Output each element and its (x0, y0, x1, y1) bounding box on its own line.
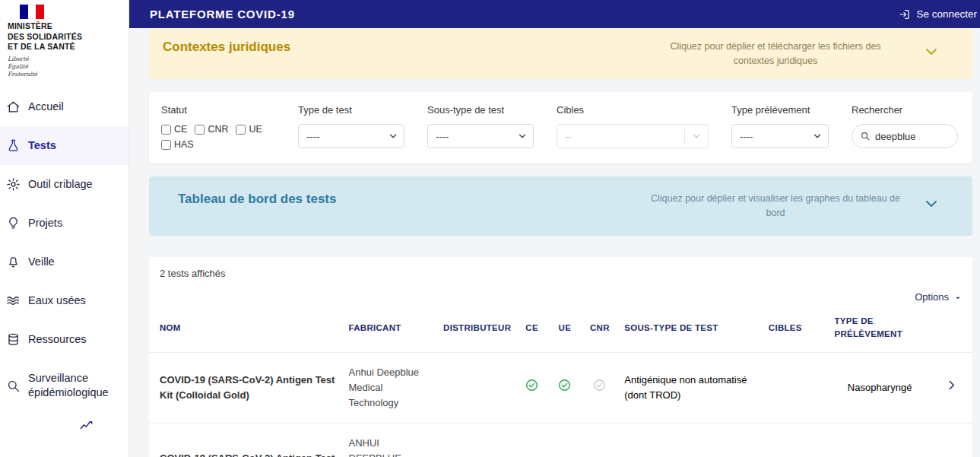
sidebar: MINISTÈRE DES SOLIDARITÉS ET DE LA SANTÉ… (0, 0, 129, 457)
ce-checkbox[interactable] (161, 125, 171, 135)
options-row: Options (149, 279, 972, 304)
results-section: 2 tests affichés Options NOM FABRICANT (149, 257, 972, 457)
options-button[interactable]: Options (915, 291, 962, 303)
home-icon (6, 100, 21, 114)
cell-nom: COVID-19 (SARS-CoV-2) Antigen Test Kit (149, 423, 343, 457)
search-input[interactable] (875, 131, 950, 142)
statut-option-cnr[interactable]: CNR (195, 124, 228, 135)
database-icon (6, 332, 21, 347)
type-de-test-select[interactable]: ---- (298, 124, 404, 148)
column-header-sous-type: SOUS-TYPE DE TEST (618, 304, 763, 352)
tableau-de-bord-title: Tableau de bord des tests (178, 192, 336, 207)
cnr-checkbox[interactable] (195, 125, 205, 135)
column-header-ue: UE (548, 304, 581, 352)
ue-checkbox[interactable] (236, 125, 246, 135)
contextes-juridiques-title: Contextes juridiques (163, 40, 290, 55)
chevron-right-icon[interactable] (945, 379, 958, 392)
sidebar-item-label: Ressources (28, 332, 87, 347)
sidebar-item-ressources[interactable]: Ressources (0, 320, 128, 359)
statut-option-ce[interactable]: CE (161, 124, 187, 135)
sidebar-item-projets[interactable]: Projets (0, 204, 128, 243)
chevron-down-icon[interactable] (922, 43, 940, 61)
sidebar-item-accueil[interactable]: Accueil (0, 87, 128, 126)
filters-panel: Statut CE CNR UE (149, 92, 972, 163)
tableau-de-bord-hint: Cliquez pour déplier et visualiser les g… (650, 192, 901, 221)
type-prelevement-select-wrap: ---- (731, 124, 829, 148)
column-header-cnr: CNR (582, 304, 619, 352)
column-header-nom: NOM (149, 304, 343, 352)
gear-icon (6, 177, 21, 192)
cibles-label: Cibles (557, 104, 709, 116)
magnifier-icon (6, 379, 21, 393)
cell-sous-type: Autotest (618, 423, 763, 457)
type-prelevement-select[interactable]: ---- (731, 124, 829, 148)
sidebar-item-label: Veille (28, 255, 55, 269)
banner-right: Cliquez pour déplier et visualiser les g… (650, 192, 960, 221)
ue-checkbox-label: UE (249, 124, 262, 135)
sous-type-de-test-select[interactable]: ---- (427, 124, 534, 148)
login-icon (899, 8, 911, 21)
filter-type-de-test: Type de test ---- (298, 104, 404, 150)
cell-prelevement: Nasal (828, 423, 931, 457)
contextes-juridiques-banner[interactable]: Contextes juridiques Cliquez pour déplie… (149, 28, 972, 79)
cell-nom: COVID-19 (SARS-CoV-2) Antigen Test Kit (… (149, 352, 343, 423)
cibles-multiselect[interactable]: -- (557, 124, 709, 148)
table-row[interactable]: COVID-19 (SARS-CoV-2) Antigen Test Kit A… (149, 423, 972, 457)
has-checkbox[interactable] (161, 140, 171, 150)
statut-checkbox-group: CE CNR UE HAS (161, 124, 275, 150)
ue-check-icon (557, 378, 572, 392)
sidebar-item-surveillance-epidemiologique[interactable]: Surveillance épidémiologique (0, 359, 128, 412)
motto-line: Égalité (8, 63, 122, 71)
ministry-line: MINISTÈRE (8, 21, 122, 32)
login-button[interactable]: Se connecter (899, 8, 977, 21)
cell-distributeur (437, 352, 515, 423)
contextes-juridiques-hint: Cliquez pour déplier et télécharger les … (650, 40, 901, 69)
filter-rechercher: Rechercher (852, 104, 958, 150)
cell-fabricant: ANHUI DEEPBLUE MEDICAL TECHNOLOGY (343, 423, 438, 457)
ministry-line: DES SOLIDARITÉS (8, 32, 122, 43)
has-checkbox-label: HAS (174, 139, 194, 150)
table-header: NOM FABRICANT DISTRIBUTEUR CE UE CNR SOU… (149, 304, 972, 352)
statut-option-ue[interactable]: UE (236, 124, 262, 135)
cnr-checkbox-label: CNR (208, 124, 228, 135)
cibles-chevron-zone[interactable] (685, 131, 708, 141)
sidebar-item-label: Surveillance épidémiologique (28, 371, 122, 400)
type-de-test-label: Type de test (298, 104, 404, 116)
cell-distributeur (437, 423, 515, 457)
table-body: COVID-19 (SARS-CoV-2) Antigen Test Kit (… (149, 352, 972, 457)
sidebar-item-outil-criblage[interactable]: Outil criblage (0, 165, 128, 204)
type-de-test-select-wrap: ---- (298, 124, 404, 148)
statut-option-has[interactable]: HAS (161, 139, 194, 150)
sidebar-item-veille[interactable]: Veille (0, 243, 128, 281)
main-content: Contextes juridiques Cliquez pour déplie… (129, 28, 980, 457)
results-count: 2 tests affichés (149, 257, 972, 279)
column-header-ce: CE (515, 304, 548, 352)
main-column: PLATEFORME COVID-19 Se connecter Context… (129, 0, 980, 457)
login-label: Se connecter (916, 8, 977, 20)
sidebar-item-tests[interactable]: Tests (0, 126, 128, 165)
ministry-logo: MINISTÈRE DES SOLIDARITÉS ET DE LA SANTÉ… (0, 0, 128, 81)
filter-statut: Statut CE CNR UE (161, 104, 275, 150)
tests-table: NOM FABRICANT DISTRIBUTEUR CE UE CNR SOU… (149, 304, 972, 457)
french-flag-icon (20, 5, 44, 19)
sidebar-item-label: Accueil (28, 100, 64, 114)
chevron-down-icon[interactable] (922, 195, 940, 213)
cell-cibles (763, 352, 829, 423)
caret-down-icon (954, 294, 962, 302)
sidebar-item-partial[interactable] (0, 412, 128, 445)
sidebar-item-eaux-usees[interactable]: Eaux usées (0, 281, 128, 320)
column-header-fabricant: FABRICANT (343, 304, 438, 352)
chevron-down-icon (691, 131, 702, 141)
banner-right: Cliquez pour déplier et télécharger les … (650, 40, 960, 69)
column-header-cibles: CIBLES (763, 304, 829, 352)
filter-type-prelevement: Type prélèvement ---- (731, 104, 829, 150)
table-row[interactable]: COVID-19 (SARS-CoV-2) Antigen Test Kit (… (149, 352, 972, 423)
ministry-name: MINISTÈRE DES SOLIDARITÉS ET DE LA SANTÉ (8, 21, 122, 52)
sous-type-select-wrap: ---- (427, 124, 534, 148)
tableau-de-bord-banner[interactable]: Tableau de bord des tests Cliquez pour d… (149, 176, 972, 236)
sidebar-item-label: Eaux usées (28, 294, 86, 308)
motto-line: Fraternité (8, 71, 122, 78)
cell-prelevement: Nasopharyngé (828, 352, 931, 423)
sidebar-item-label: Tests (28, 138, 56, 153)
search-icon (860, 131, 871, 141)
